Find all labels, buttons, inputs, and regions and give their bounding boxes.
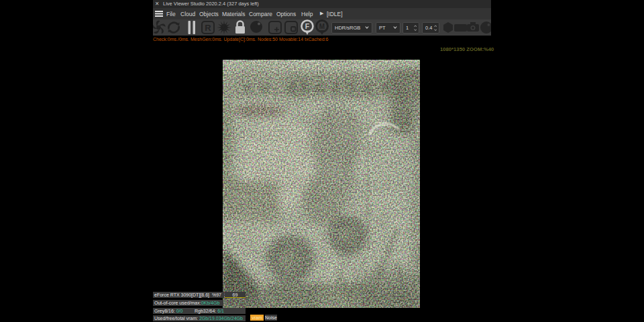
- svg-text:F: F: [305, 22, 310, 30]
- svg-text:R: R: [205, 23, 211, 33]
- svg-text:M: M: [319, 23, 325, 30]
